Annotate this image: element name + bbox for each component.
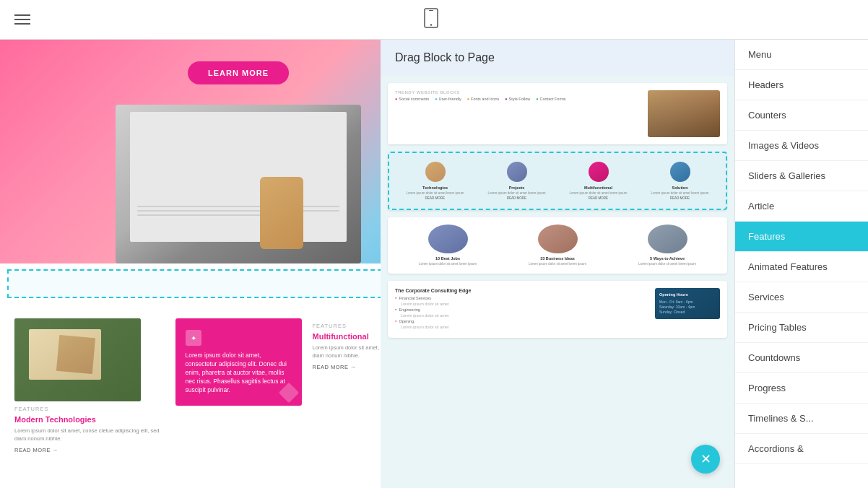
- sidebar-item-pricing-tables[interactable]: Pricing Tables: [735, 313, 868, 343]
- toolbar-left: [14, 14, 30, 25]
- device-preview-icon[interactable]: [423, 8, 439, 32]
- pink-card-text: Lorem ipsum dolor sit amet, consectetur …: [186, 352, 292, 394]
- job-title-1: 10 Best Jobs: [395, 256, 500, 261]
- feature-mini-avatar-4: [670, 162, 690, 182]
- feature-mini-title-2: Projects: [478, 186, 555, 190]
- consulting-title: The Corporate Consulting Edge: [395, 288, 649, 293]
- job-title-2: 33 Business Ideas: [505, 256, 610, 261]
- sidebar-item-accordions[interactable]: Accordions &: [735, 434, 868, 464]
- consulting-service-1: Financial Services: [395, 296, 649, 300]
- drop-zone-bar[interactable]: [7, 269, 381, 298]
- sidebar-item-counters-label: Counters: [748, 110, 786, 121]
- feature-mini-4: Solution Lorem ipsum dolor sit amet lore…: [641, 162, 719, 200]
- learn-more-button[interactable]: LEARN MORE: [188, 61, 289, 84]
- feature-mini-desc-2: Lorem ipsum dolor sit amet lorem ipsum: [478, 191, 555, 195]
- blog-preview-card[interactable]: Trendy website Blocks ● Social comments …: [388, 83, 727, 144]
- main-layout: LEARN MORE: [0, 40, 868, 488]
- sidebar-item-images-videos[interactable]: Images & Videos: [735, 131, 868, 161]
- svg-point-1: [430, 24, 432, 25]
- feature-mini-title-3: Multifunctional: [560, 186, 637, 190]
- features-selected-preview-card[interactable]: Technologies Lorem ipsum dolor sit amet …: [388, 152, 727, 210]
- sidebar-item-images-label: Images & Videos: [748, 140, 819, 151]
- consulting-preview-content: The Corporate Consulting Edge Financial …: [388, 281, 727, 338]
- jobs-preview-card[interactable]: 10 Best Jobs Lorem ipsum dolor sit amet …: [388, 217, 727, 273]
- close-button[interactable]: ✕: [691, 445, 720, 474]
- feature-desc-1: Lorem ipsum dolor sit amet, conse ctetue…: [14, 427, 165, 443]
- feature-desc-2: Lorem ipsum dolor sit amet, conse ctetue…: [313, 344, 381, 360]
- consulting-hours-title: Opening Hours: [659, 292, 716, 297]
- consulting-service-3: Opening: [395, 319, 649, 323]
- sidebar-item-menu-label: Menu: [748, 49, 772, 60]
- job-desc-2: Lorem ipsum dolor sit amet lorem ipsum: [505, 262, 610, 266]
- sidebar-item-animated-features[interactable]: Animated Features: [735, 252, 868, 282]
- feature-label-1: FEATURES: [14, 406, 165, 412]
- feature-mini-link-2: READ MORE: [478, 196, 555, 200]
- sidebar-item-counters[interactable]: Counters: [735, 100, 868, 131]
- feature-title-2: Multifunctional: [313, 332, 381, 341]
- sidebar-item-pricing-label: Pricing Tables: [748, 322, 807, 333]
- job-item-3: 5 Ways to Achieve Lorem ipsum dolor sit …: [615, 225, 720, 266]
- feature-mini-desc-4: Lorem ipsum dolor sit amet lorem ipsum: [641, 191, 719, 195]
- feature-item-2: FEATURES Multifunctional Lorem ipsum dol…: [313, 323, 381, 370]
- feature-card-pink: ✦ Lorem ipsum dolor sit amet, consectetu…: [175, 318, 302, 406]
- read-more-link-2[interactable]: READ MORE →: [313, 364, 381, 370]
- sidebar-item-features[interactable]: Features: [735, 222, 868, 252]
- consulting-service-2: Engineering: [395, 308, 649, 312]
- job-image-3: [648, 225, 687, 253]
- toolbar: [0, 0, 868, 40]
- sidebar-item-menu[interactable]: Menu: [735, 40, 868, 70]
- hero-laptop-screen: [130, 112, 347, 242]
- feature-mini-link-3: READ MORE: [560, 196, 637, 200]
- feature-label-2: FEATURES: [313, 323, 381, 329]
- sidebar-item-countdowns[interactable]: Countdowns: [735, 343, 868, 373]
- features-grid: FEATURES Modern Technologies Lorem ipsum…: [14, 318, 381, 453]
- consulting-right: Opening Hours Mon - Fri: 9am - 6pm Satur…: [655, 288, 720, 319]
- feature-mini-link-1: READ MORE: [396, 196, 474, 200]
- sidebar-item-timelines[interactable]: Timelines & S...: [735, 404, 868, 434]
- sidebar-item-sliders[interactable]: Sliders & Galleries: [735, 161, 868, 191]
- sidebar-item-article[interactable]: Article: [735, 191, 868, 222]
- feature-card-1-wrapper: FEATURES Modern Technologies Lorem ipsum…: [14, 318, 165, 453]
- feature-mini-link-4: READ MORE: [641, 196, 719, 200]
- drag-panel-title: Drag Block to Page: [381, 40, 734, 76]
- drag-panel: Drag Block to Page Trendy website Blocks…: [381, 40, 734, 488]
- job-item-1: 10 Best Jobs Lorem ipsum dolor sit amet …: [395, 225, 500, 266]
- drag-panel-preview[interactable]: Trendy website Blocks ● Social comments …: [381, 76, 734, 488]
- sidebar-item-sliders-label: Sliders & Galleries: [748, 170, 825, 181]
- feature-mini-2: Projects Lorem ipsum dolor sit amet lore…: [478, 162, 555, 200]
- hamburger-menu-button[interactable]: [14, 14, 30, 25]
- canvas-area: LEARN MORE: [0, 40, 381, 488]
- feature-card-1-image: [14, 318, 141, 401]
- sidebar-item-timelines-label: Timelines & S...: [748, 413, 814, 424]
- feature-mini-1: Technologies Lorem ipsum dolor sit amet …: [396, 162, 474, 200]
- sidebar-item-countdowns-label: Countdowns: [748, 352, 800, 363]
- sidebar-item-accordions-label: Accordions &: [748, 443, 804, 454]
- features-section: FEATURES Modern Technologies Lorem ipsum…: [0, 304, 381, 461]
- feature-mini-avatar-1: [425, 162, 446, 182]
- sidebar-item-features-label: Features: [748, 231, 785, 242]
- sidebar-item-progress[interactable]: Progress: [735, 373, 868, 404]
- feature-mini-title-4: Solution: [641, 186, 719, 190]
- sidebar-item-services-label: Services: [748, 292, 784, 302]
- consulting-preview-card[interactable]: The Corporate Consulting Edge Financial …: [388, 281, 727, 338]
- sidebar-item-article-label: Article: [748, 201, 774, 212]
- feature-mini-desc-1: Lorem ipsum dolor sit amet lorem ipsum: [396, 191, 474, 195]
- sidebar-item-services[interactable]: Services: [735, 282, 868, 313]
- svg-rect-2: [429, 10, 433, 11]
- feature-mini-3: Multifunctional Lorem ipsum dolor sit am…: [560, 162, 637, 200]
- blog-preview-content: Trendy website Blocks ● Social comments …: [388, 83, 727, 144]
- job-image-2: [538, 225, 578, 253]
- jobs-preview-content: 10 Best Jobs Lorem ipsum dolor sit amet …: [388, 217, 727, 273]
- job-image-1: [428, 225, 468, 253]
- read-more-link-1[interactable]: READ MORE →: [14, 447, 165, 453]
- hero-section: LEARN MORE: [0, 40, 381, 263]
- feature-mini-avatar-3: [589, 162, 609, 182]
- job-desc-3: Lorem ipsum dolor sit amet lorem ipsum: [615, 262, 720, 266]
- sidebar-item-headers[interactable]: Headers: [735, 70, 868, 100]
- feature-title-1: Modern Technologies: [14, 415, 165, 424]
- canvas-content: LEARN MORE: [0, 40, 381, 488]
- hero-laptop-image: [116, 105, 361, 263]
- consulting-left: The Corporate Consulting Edge Financial …: [395, 288, 649, 331]
- job-desc-1: Lorem ipsum dolor sit amet lorem ipsum: [395, 262, 500, 266]
- job-title-3: 5 Ways to Achieve: [615, 256, 720, 261]
